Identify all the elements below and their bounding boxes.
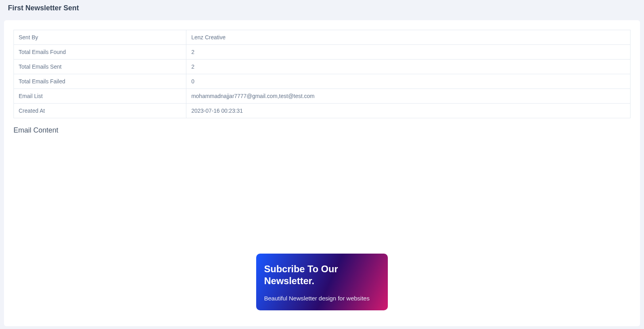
detail-label-total-found: Total Emails Found [14,45,186,60]
details-table: Sent By Lenz Creative Total Emails Found… [13,30,631,118]
detail-label-sent-by: Sent By [14,30,186,45]
detail-label-total-sent: Total Emails Sent [14,60,186,74]
email-preview-wrapper: Subcribe To Our Newsletter. Beautiful Ne… [13,142,631,310]
detail-value-total-found: 2 [186,45,631,60]
table-row: Total Emails Sent 2 [14,60,631,74]
table-row: Created At 2023-07-16 00:23:31 [14,104,631,118]
detail-value-email-list: mohammadnajjar7777@gmail.com,test@test.c… [186,89,631,104]
page-title: First Newsletter Sent [8,4,636,12]
email-content-heading: Email Content [13,126,631,135]
detail-label-email-list: Email List [14,89,186,104]
detail-label-created-at: Created At [14,104,186,118]
content-card: Sent By Lenz Creative Total Emails Found… [4,20,640,326]
detail-value-total-failed: 0 [186,74,631,89]
table-row: Sent By Lenz Creative [14,30,631,45]
detail-value-total-sent: 2 [186,60,631,74]
table-row: Total Emails Found 2 [14,45,631,60]
table-row: Email List mohammadnajjar7777@gmail.com,… [14,89,631,104]
table-row: Total Emails Failed 0 [14,74,631,89]
detail-label-total-failed: Total Emails Failed [14,74,186,89]
newsletter-title: Subcribe To Our Newsletter. [264,263,380,287]
newsletter-subtitle: Beautiful Newsletter design for websites [264,294,380,302]
page-header: First Newsletter Sent [0,0,644,16]
detail-value-sent-by: Lenz Creative [186,30,631,45]
newsletter-preview-card: Subcribe To Our Newsletter. Beautiful Ne… [256,254,388,310]
detail-value-created-at: 2023-07-16 00:23:31 [186,104,631,118]
